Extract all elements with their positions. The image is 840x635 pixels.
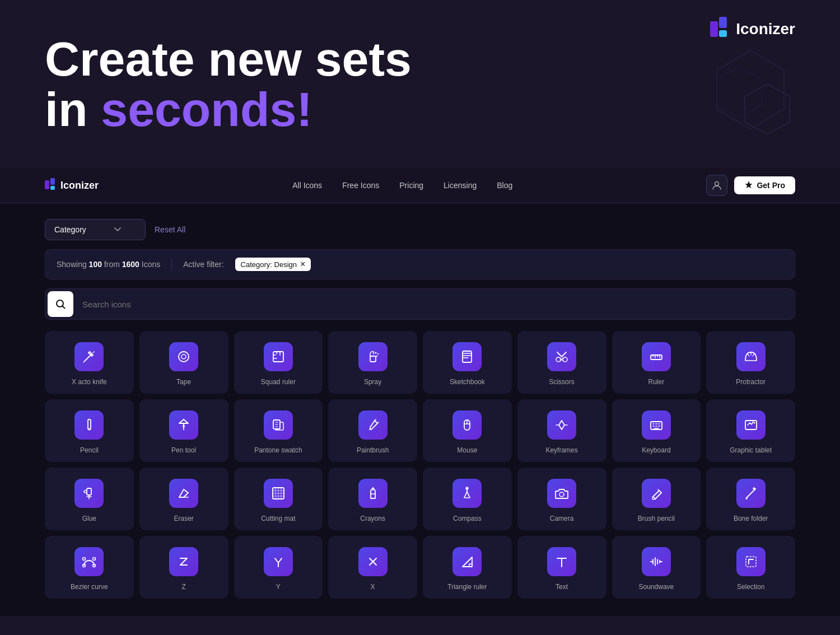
nav-logo-small-icon xyxy=(45,178,56,193)
icon-label: Bone folder xyxy=(734,515,768,522)
icon-card[interactable]: Soundwave xyxy=(612,536,701,599)
svg-rect-7 xyxy=(50,178,55,185)
icon-card[interactable]: Squad ruler xyxy=(234,331,323,394)
icon-badge xyxy=(264,410,293,440)
nav-logo[interactable]: Iconizer xyxy=(45,178,99,193)
filter-row: Category Reset All xyxy=(45,219,795,240)
svg-point-15 xyxy=(375,352,376,354)
icon-card[interactable]: Spray xyxy=(328,331,417,394)
icon-label: Ruler xyxy=(648,378,665,386)
icon-card[interactable]: Eraser xyxy=(139,468,228,530)
icon-label: Cutting mat xyxy=(261,515,295,522)
icon-card[interactable]: Brush pencil xyxy=(612,468,701,530)
icon-card[interactable]: Text xyxy=(517,536,606,599)
icon-badge xyxy=(642,547,671,576)
main-content: Category Reset All Showing 100 from 1600… xyxy=(0,203,840,614)
icon-badge xyxy=(452,410,482,440)
filter-tag-close-icon[interactable]: × xyxy=(300,260,305,269)
icon-label: Keyframes xyxy=(545,446,577,454)
icon-badge xyxy=(264,479,293,508)
icon-label: Selection xyxy=(737,583,764,591)
icon-card[interactable]: Pantone swatch xyxy=(234,399,323,462)
icon-card[interactable]: Pen tool xyxy=(139,399,228,462)
icon-card[interactable]: Crayons xyxy=(328,468,417,530)
svg-point-16 xyxy=(377,353,378,354)
icon-label: Camera xyxy=(550,515,574,522)
icon-label: Tape xyxy=(176,378,191,386)
icon-card[interactable]: Camera xyxy=(517,468,606,530)
nav-blog[interactable]: Blog xyxy=(497,181,512,190)
hero-title: Create new sets in seconds! xyxy=(45,34,795,135)
nav-all-icons[interactable]: All Icons xyxy=(292,181,322,190)
icon-badge xyxy=(736,479,766,508)
nav-licensing[interactable]: Licensing xyxy=(444,181,477,190)
icon-card[interactable]: Cutting mat xyxy=(234,468,323,530)
nav-free-icons[interactable]: Free Icons xyxy=(342,181,379,190)
nav-links: All Icons Free Icons Pricing Licensing B… xyxy=(292,181,512,190)
icon-card[interactable]: Mouse xyxy=(423,399,512,462)
icon-label: Y xyxy=(276,583,281,591)
icon-card[interactable]: Pencil xyxy=(45,399,134,462)
svg-rect-8 xyxy=(50,186,55,190)
icon-card[interactable]: Ruler xyxy=(612,331,701,394)
icon-label: Squad ruler xyxy=(261,378,296,386)
svg-point-23 xyxy=(183,425,185,427)
icon-badge xyxy=(736,342,766,371)
search-button[interactable] xyxy=(48,291,73,317)
icon-badge xyxy=(452,342,482,371)
icon-label: Triangle ruler xyxy=(447,583,487,591)
icon-card[interactable]: Keyframes xyxy=(517,399,606,462)
get-pro-button[interactable]: Get Pro xyxy=(734,176,795,194)
icon-badge xyxy=(264,547,293,576)
svg-rect-21 xyxy=(651,355,662,359)
icon-card[interactable]: Sketchbook xyxy=(423,331,512,394)
icon-card[interactable]: Protractor xyxy=(706,331,795,394)
svg-rect-2 xyxy=(719,30,727,37)
icon-card[interactable]: Bone folder xyxy=(706,468,795,530)
icon-label: Scissors xyxy=(549,378,574,386)
icon-badge xyxy=(452,547,482,576)
icon-card[interactable]: Triangle ruler xyxy=(423,536,512,599)
icon-card[interactable]: Y xyxy=(234,536,323,599)
icon-card[interactable]: X xyxy=(328,536,417,599)
icon-label: X xyxy=(371,583,375,591)
icon-label: Sketchbook xyxy=(450,378,485,386)
hex-decoration xyxy=(694,45,806,168)
hero-logo[interactable]: Iconizer xyxy=(710,17,795,41)
svg-point-12 xyxy=(181,354,186,359)
icon-label: Eraser xyxy=(174,515,193,522)
svg-rect-29 xyxy=(87,488,91,495)
svg-point-37 xyxy=(93,558,96,561)
icon-card[interactable]: Graphic tablet xyxy=(706,399,795,462)
svg-point-11 xyxy=(179,352,189,362)
search-input[interactable] xyxy=(73,300,792,309)
icon-label: Crayons xyxy=(360,515,385,522)
icon-card[interactable]: Selection xyxy=(706,536,795,599)
svg-marker-4 xyxy=(745,84,790,134)
icon-badge xyxy=(169,547,198,576)
icon-card[interactable]: Keyboard xyxy=(612,399,701,462)
icon-card[interactable]: X acto knife xyxy=(45,331,134,394)
reset-all-link[interactable]: Reset All xyxy=(155,225,185,234)
icon-label: Text xyxy=(556,583,568,591)
nav-pricing[interactable]: Pricing xyxy=(399,181,423,190)
filter-tag[interactable]: Category: Design × xyxy=(235,258,311,271)
icon-card[interactable]: Bezier curve xyxy=(45,536,134,599)
icon-card[interactable]: Glue xyxy=(45,468,134,530)
user-icon-button[interactable] xyxy=(706,175,727,196)
icon-badge xyxy=(358,547,388,576)
icon-card[interactable]: Paintbrush xyxy=(328,399,417,462)
icon-card[interactable]: Z xyxy=(139,536,228,599)
icon-label: Paintbrush xyxy=(357,446,389,454)
svg-rect-27 xyxy=(745,421,757,429)
icon-badge xyxy=(642,342,671,371)
icon-card[interactable]: Compass xyxy=(423,468,512,530)
count-row: Showing 100 from 1600 Icons Active filte… xyxy=(45,249,795,279)
svg-point-17 xyxy=(376,356,377,357)
filter-tag-text: Category: Design xyxy=(241,260,297,269)
icon-card[interactable]: Scissors xyxy=(517,331,606,394)
svg-rect-38 xyxy=(746,557,756,567)
category-dropdown[interactable]: Category xyxy=(45,219,146,240)
icon-card[interactable]: Tape xyxy=(139,331,228,394)
svg-rect-0 xyxy=(710,21,718,37)
